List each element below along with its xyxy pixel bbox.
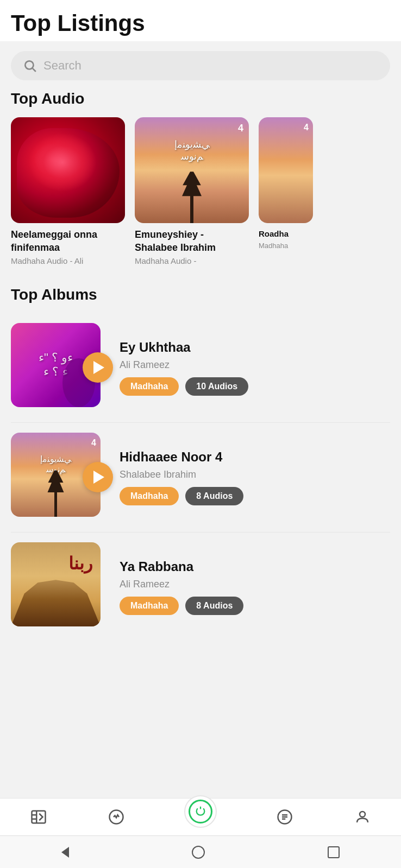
chart-icon [106, 807, 126, 827]
search-bar-container: Search [0, 41, 401, 90]
audio-subtitle-1: Madhaha Audio - Ali [11, 256, 125, 265]
home-inner-ring [189, 800, 212, 823]
search-placeholder: Search [43, 59, 82, 73]
top-audio-section: Top Audio Neelameggai onna finifenmaa Ma… [0, 90, 401, 281]
android-nav-bar [0, 835, 401, 868]
profile-icon [353, 807, 372, 827]
album-thumb-wrap-1: ءو ؟ "ءء ؟ ء [11, 323, 109, 413]
album-tag-madhaha-2: Madhaha [120, 487, 179, 505]
album-tag-madhaha-3: Madhaha [120, 597, 179, 615]
audio-subtitle-2: Madhaha Audio - [135, 256, 249, 265]
album-info-1: Ey Ukhthaa Ali Rameez Madhaha 10 Audios [120, 340, 390, 396]
svg-point-11 [360, 812, 365, 817]
album-artist-1: Ali Rameez [120, 359, 390, 371]
audio-subtitle-3: Madhaha [259, 242, 313, 250]
album-name-2: Hidhaaee Noor 4 [120, 449, 390, 465]
nav-item-list[interactable] [275, 807, 295, 827]
album-play-2[interactable] [83, 462, 113, 492]
album-info-3: Ya Rabbana Ali Rameez Madhaha 8 Audios [120, 559, 390, 616]
audio-thumb-2: 4 ﻲﺸﻳﻮﻨﻣإﻢﻧﻮﺳ [135, 117, 249, 223]
album-play-1[interactable] [83, 352, 113, 383]
nav-item-music[interactable] [29, 807, 48, 827]
album-tag-count-1: 10 Audios [185, 377, 248, 396]
svg-point-0 [25, 61, 33, 69]
album-tags-2: Madhaha 8 Audios [120, 487, 390, 505]
album-list: ءو ؟ "ءء ؟ ء Ey Ukhthaa Ali Rameez Madha… [11, 313, 390, 642]
top-audio-list[interactable]: Neelameggai onna finifenmaa Madhaha Audi… [11, 117, 390, 270]
prayer-arabic-text: ربنا [68, 553, 92, 574]
audio-title-3: Roadha [259, 229, 313, 239]
album-item-2[interactable]: 4 ﻲﺸﻳﻮﻨﻣإﻢﻧﻮﺳ Hidhaaee Noor 4 Shalabee I… [11, 423, 390, 533]
album-thumb-3: ربنا [11, 542, 101, 626]
page-header: Top Listings [0, 0, 401, 41]
album-tag-count-3: 8 Audios [185, 597, 243, 615]
search-bar[interactable]: Search [11, 51, 390, 80]
audio-thumb-1 [11, 117, 125, 223]
audio-arabic-2: ﻲﺸﻳﻮﻨﻣإﻢﻧﻮﺳ [174, 138, 210, 162]
list-icon [275, 807, 295, 827]
nav-item-profile[interactable] [353, 807, 372, 827]
album-thumb-wrap-2: 4 ﻲﺸﻳﻮﻨﻣإﻢﻧﻮﺳ [11, 433, 109, 522]
album-tag-madhaha-1: Madhaha [120, 377, 179, 396]
svg-line-1 [33, 68, 36, 72]
audio-badge-3: 4 [304, 123, 309, 132]
audio-card-2[interactable]: 4 ﻲﺸﻳﻮﻨﻣإﻢﻧﻮﺳ Emuneyshiey - Shalabee Ibr… [135, 117, 249, 265]
album-item-1[interactable]: ءو ؟ "ءء ؟ ء Ey Ukhthaa Ali Rameez Madha… [11, 313, 390, 423]
audio-badge-2: 4 [238, 123, 243, 134]
album-name-1: Ey Ukhthaa [120, 340, 390, 356]
music-icon [29, 807, 48, 827]
page-title: Top Listings [11, 11, 390, 36]
nav-item-chart[interactable] [106, 807, 126, 827]
audio-title-1: Neelameggai onna finifenmaa [11, 229, 125, 254]
album-thumb-wrap-3: ربنا [11, 542, 109, 632]
audio-title-2: Emuneyshiey - Shalabee Ibrahim [135, 229, 249, 254]
top-albums-title: Top Albums [11, 286, 390, 303]
audio-thumb-3: 4 [259, 117, 313, 223]
nav-item-home[interactable] [184, 806, 217, 828]
home-button[interactable] [192, 846, 205, 859]
top-audio-title: Top Audio [11, 90, 390, 107]
back-button[interactable] [61, 847, 69, 858]
album-artist-3: Ali Rameez [120, 579, 390, 590]
album-name-3: Ya Rabbana [120, 559, 390, 575]
album-info-2: Hidhaaee Noor 4 Shalabee Ibrahim Madhaha… [120, 449, 390, 506]
album-artist-2: Shalabee Ibrahim [120, 469, 390, 480]
album-tag-count-2: 8 Audios [185, 487, 243, 505]
bottom-nav [0, 798, 401, 835]
recent-button[interactable] [328, 846, 340, 858]
audio-card-3[interactable]: 4 Roadha Madhaha [259, 117, 313, 265]
home-power-btn[interactable] [184, 795, 217, 828]
audio-card-1[interactable]: Neelameggai onna finifenmaa Madhaha Audi… [11, 117, 125, 265]
album-item-3[interactable]: ربنا Ya Rabbana Ali Rameez Madhaha 8 Aud [11, 533, 390, 642]
top-albums-section: Top Albums ءو ؟ "ءء ؟ ء Ey Ukhthaa [0, 281, 401, 652]
album-tags-3: Madhaha 8 Audios [120, 597, 390, 615]
album-tags-1: Madhaha 10 Audios [120, 377, 390, 396]
